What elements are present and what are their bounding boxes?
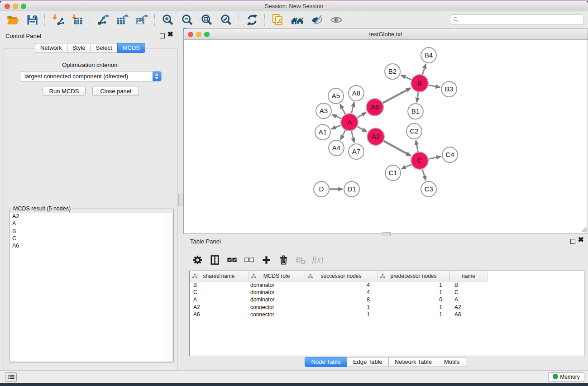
mcds-result-item[interactable]: C: [10, 235, 164, 242]
result-scrollbar[interactable]: [164, 213, 172, 361]
network-window-titlebar[interactable]: testGlobe.txt: [183, 28, 588, 40]
add-column-icon[interactable]: [258, 253, 275, 267]
network-canvas[interactable]: B4B2BB3A5A8A6A3B1AA1C2A2A4A7CC4C1C3DD1: [183, 40, 588, 234]
table-close-panel-icon[interactable]: ✖: [578, 235, 584, 244]
edge-A-A7[interactable]: [351, 131, 354, 143]
column-header-MCDS-role[interactable]: MCDS role: [249, 271, 305, 281]
memory-button[interactable]: Memory: [548, 372, 584, 382]
export-table-icon[interactable]: [113, 13, 132, 27]
delete-column-icon[interactable]: [275, 253, 292, 267]
table-row[interactable]: A2connector11A2: [190, 304, 488, 311]
column-layout-icon[interactable]: [206, 253, 223, 267]
cell[interactable]: 1: [378, 311, 450, 318]
criterion-dropdown[interactable]: largest connected component (directed): [20, 71, 162, 81]
table-row[interactable]: Cdominator41C: [190, 289, 488, 296]
cell[interactable]: 1: [305, 304, 378, 311]
cell[interactable]: A2: [450, 304, 488, 311]
run-mcds-button[interactable]: Run MCDS: [43, 86, 86, 96]
table-row[interactable]: A6connector11A6: [190, 311, 488, 318]
mcds-result-item[interactable]: A2: [10, 213, 164, 220]
cell[interactable]: A2: [190, 304, 249, 311]
table-float-panel-icon[interactable]: [570, 239, 575, 244]
cell[interactable]: 1: [378, 289, 450, 296]
zoom-selected-icon[interactable]: [216, 13, 236, 27]
cell[interactable]: 1: [378, 281, 450, 289]
edge-C-C1[interactable]: [402, 164, 411, 169]
edge-B-B2[interactable]: [401, 75, 411, 80]
edge-A-A1[interactable]: [331, 125, 341, 129]
control-tab-style[interactable]: Style: [67, 43, 91, 53]
save-session-icon[interactable]: [22, 13, 42, 27]
cell[interactable]: C: [450, 289, 488, 296]
cell[interactable]: connector: [249, 304, 305, 311]
edge-B-B3[interactable]: [429, 85, 440, 87]
edge-C-C3[interactable]: [422, 169, 426, 180]
control-tab-network[interactable]: Network: [35, 43, 67, 53]
table-tab-node-table[interactable]: Node Table: [305, 357, 347, 367]
function-builder-icon[interactable]: f(x): [309, 253, 326, 267]
cell[interactable]: dominator: [249, 289, 305, 296]
resize-grip-icon[interactable]: [581, 227, 587, 233]
cell[interactable]: 4: [305, 289, 378, 296]
edge-B-B4[interactable]: [422, 64, 426, 75]
vertical-splitter-handle[interactable]: [178, 194, 183, 205]
app-titlebar[interactable]: Session: New Session: [0, 1, 588, 12]
cell[interactable]: 1: [378, 304, 450, 311]
table-row[interactable]: Bdominator41B: [190, 281, 488, 289]
deselect-all-icon[interactable]: [240, 253, 258, 267]
search-input[interactable]: [450, 14, 584, 24]
refresh-network-icon[interactable]: [242, 13, 262, 27]
cell[interactable]: dominator: [249, 281, 305, 289]
cell[interactable]: 8: [305, 296, 378, 303]
export-network-icon[interactable]: [93, 13, 113, 27]
mcds-result-item[interactable]: A6: [10, 242, 164, 249]
edge-A6-B[interactable]: [383, 88, 411, 103]
cell[interactable]: A: [190, 296, 249, 303]
cell[interactable]: B: [190, 281, 249, 289]
edge-A-A2[interactable]: [358, 127, 367, 132]
table-tab-edge-table[interactable]: Edge Table: [347, 357, 389, 367]
cell[interactable]: C: [190, 289, 249, 296]
edge-B-B1[interactable]: [417, 92, 418, 102]
edge-C-C2[interactable]: [416, 140, 418, 152]
clone-network-icon[interactable]: [268, 13, 287, 27]
cell[interactable]: 1: [305, 311, 378, 318]
table-tab-network-table[interactable]: Network Table: [388, 357, 438, 367]
mcds-result-list[interactable]: A2ABCA6: [10, 213, 172, 361]
table-tab-motifs[interactable]: Motifs: [438, 357, 466, 367]
edge-A-A3[interactable]: [332, 114, 341, 119]
export-image-icon[interactable]: [132, 13, 152, 27]
cell[interactable]: A: [450, 296, 488, 303]
control-tab-mcds[interactable]: MCDS: [117, 43, 145, 53]
table-settings-icon[interactable]: [189, 253, 206, 267]
cell[interactable]: A6: [190, 311, 249, 318]
cell[interactable]: 0: [378, 296, 450, 303]
cell[interactable]: 4: [305, 281, 378, 289]
mcds-result-item[interactable]: A: [10, 220, 164, 227]
edge-A-A4[interactable]: [340, 130, 345, 140]
column-header-name[interactable]: name: [450, 271, 488, 281]
import-network-icon[interactable]: [48, 13, 67, 27]
float-panel-icon[interactable]: [160, 33, 165, 38]
edge-A-A5[interactable]: [340, 104, 345, 114]
delete-table-icon[interactable]: [292, 253, 309, 267]
hide-details-icon[interactable]: [307, 13, 326, 27]
column-header-shared-name[interactable]: shared name: [190, 271, 249, 281]
edge-C-C4[interactable]: [429, 157, 441, 159]
mcds-result-item[interactable]: B: [10, 228, 164, 235]
cell[interactable]: dominator: [249, 296, 305, 303]
close-panel-icon[interactable]: ✖: [167, 30, 173, 38]
open-file-icon[interactable]: [3, 13, 22, 27]
table-row[interactable]: Adominator80A: [190, 296, 488, 303]
show-details-icon[interactable]: [326, 13, 346, 27]
cell[interactable]: A6: [450, 311, 488, 318]
import-table-icon[interactable]: [67, 13, 87, 27]
cell[interactable]: connector: [249, 311, 305, 318]
column-header-predecessor-nodes[interactable]: predecessor nodes: [378, 271, 450, 281]
zoom-out-icon[interactable]: [177, 13, 197, 27]
zoom-in-icon[interactable]: [158, 13, 177, 27]
panel-list-button[interactable]: [5, 372, 17, 382]
control-tab-select[interactable]: Select: [91, 43, 118, 53]
edge-A-A8[interactable]: [352, 102, 354, 114]
edge-A2-C[interactable]: [384, 141, 411, 156]
